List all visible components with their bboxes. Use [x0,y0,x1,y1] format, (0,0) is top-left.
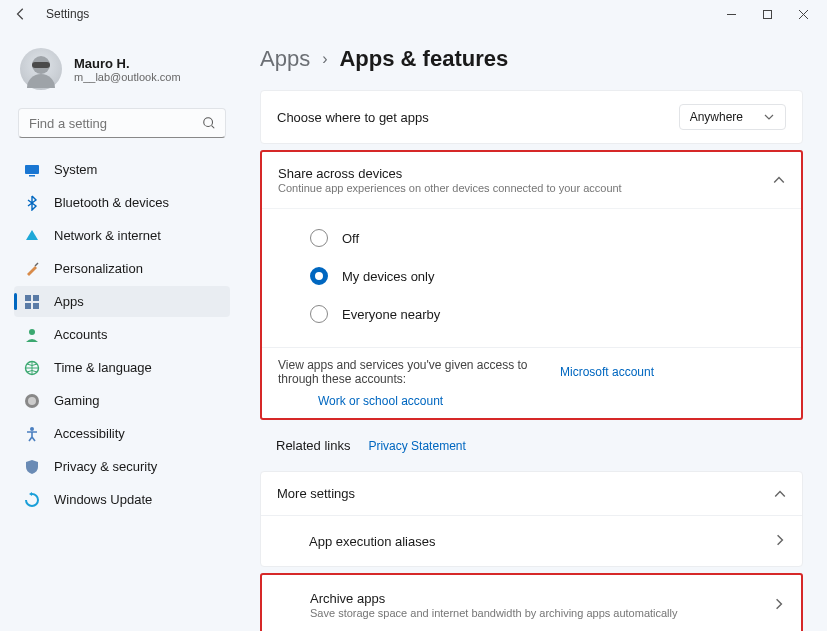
svg-point-11 [28,397,36,405]
sidebar-item-label: Bluetooth & devices [54,195,169,210]
svg-rect-0 [763,10,771,18]
sidebar-item-label: Gaming [54,393,100,408]
sidebar-item-gaming[interactable]: Gaming [14,385,230,416]
nav-list: System Bluetooth & devices Network & int… [14,154,230,515]
related-links-row: Related links Privacy Statement [260,426,803,465]
microsoft-account-link[interactable]: Microsoft account [560,365,654,379]
sidebar: Mauro H. m__lab@outlook.com System Bluet… [0,28,238,631]
sidebar-item-label: Windows Update [54,492,152,507]
work-school-account-link[interactable]: Work or school account [318,394,443,408]
get-apps-label: Choose where to get apps [277,110,429,125]
aliases-title: App execution aliases [309,534,435,549]
profile-name: Mauro H. [74,56,181,71]
share-sub: Continue app experiences on other device… [278,182,622,194]
svg-point-1 [204,118,213,127]
shield-icon [24,459,40,475]
radio-label: Off [342,231,359,246]
share-option-my-devices[interactable]: My devices only [262,257,801,295]
chevron-up-icon [773,174,785,186]
share-devices-panel: Share across devices Continue app experi… [260,150,803,420]
svg-rect-6 [25,303,31,309]
sidebar-item-privacy[interactable]: Privacy & security [14,451,230,482]
window-title: Settings [46,7,89,21]
chevron-right-icon [773,596,785,614]
page-title: Apps & features [339,46,508,72]
sidebar-item-label: Personalization [54,261,143,276]
sidebar-item-system[interactable]: System [14,154,230,185]
close-button[interactable] [785,0,821,28]
main-content: Apps › Apps & features Choose where to g… [238,28,827,631]
share-title: Share across devices [278,166,622,181]
get-apps-row: Choose where to get apps Anywhere [261,91,802,143]
chevron-right-icon [774,532,786,550]
profile-email: m__lab@outlook.com [74,71,181,83]
titlebar: Settings [0,0,827,28]
sidebar-item-label: Privacy & security [54,459,157,474]
radio-label: My devices only [342,269,434,284]
minimize-button[interactable] [713,0,749,28]
system-icon [24,162,40,178]
sidebar-item-update[interactable]: Windows Update [14,484,230,515]
sidebar-item-label: Accessibility [54,426,125,441]
svg-rect-5 [33,295,39,301]
related-links-label: Related links [276,438,350,453]
app-execution-aliases-row[interactable]: App execution aliases [261,515,802,566]
bluetooth-icon [24,195,40,211]
back-button[interactable] [12,5,30,23]
sidebar-item-accounts[interactable]: Accounts [14,319,230,350]
radio-icon [310,305,328,323]
svg-point-12 [30,427,34,431]
sidebar-item-label: Accounts [54,327,107,342]
sidebar-item-label: Time & language [54,360,152,375]
maximize-button[interactable] [749,0,785,28]
share-option-off[interactable]: Off [262,219,801,257]
svg-rect-7 [33,303,39,309]
dropdown-value: Anywhere [690,110,743,124]
svg-rect-4 [25,295,31,301]
radio-label: Everyone nearby [342,307,440,322]
globe-icon [24,360,40,376]
privacy-statement-link[interactable]: Privacy Statement [368,439,465,453]
sidebar-item-apps[interactable]: Apps [14,286,230,317]
update-icon [24,492,40,508]
breadcrumb-parent[interactable]: Apps [260,46,310,72]
avatar [20,48,62,90]
chevron-right-icon: › [322,50,327,68]
get-apps-dropdown[interactable]: Anywhere [679,104,786,130]
sidebar-item-label: System [54,162,97,177]
more-settings-header[interactable]: More settings [261,472,802,515]
search-icon [202,116,216,130]
chevron-up-icon [774,488,786,500]
sidebar-item-personalization[interactable]: Personalization [14,253,230,284]
sidebar-item-accessibility[interactable]: Accessibility [14,418,230,449]
access-text: View apps and services you've given acce… [278,358,548,386]
sidebar-item-bluetooth[interactable]: Bluetooth & devices [14,187,230,218]
share-devices-header[interactable]: Share across devices Continue app experi… [262,152,801,209]
sidebar-item-label: Apps [54,294,84,309]
sidebar-item-label: Network & internet [54,228,161,243]
more-settings-title: More settings [277,486,355,501]
radio-icon [310,229,328,247]
wifi-icon [24,228,40,244]
svg-rect-2 [25,165,39,174]
search-input[interactable] [18,108,226,138]
accessibility-icon [24,426,40,442]
chevron-down-icon [763,111,775,123]
sidebar-item-network[interactable]: Network & internet [14,220,230,251]
share-option-everyone[interactable]: Everyone nearby [262,295,801,333]
breadcrumb: Apps › Apps & features [260,46,803,72]
apps-icon [24,294,40,310]
svg-rect-3 [29,175,35,177]
radio-selected-icon [310,267,328,285]
profile-button[interactable]: Mauro H. m__lab@outlook.com [14,44,230,108]
svg-point-8 [29,329,35,335]
sidebar-item-time[interactable]: Time & language [14,352,230,383]
archive-apps-row[interactable]: Archive apps Save storage space and inte… [262,575,801,631]
archive-title: Archive apps [310,591,678,606]
brush-icon [24,261,40,277]
archive-sub: Save storage space and internet bandwidt… [310,607,678,619]
gaming-icon [24,393,40,409]
person-icon [24,327,40,343]
